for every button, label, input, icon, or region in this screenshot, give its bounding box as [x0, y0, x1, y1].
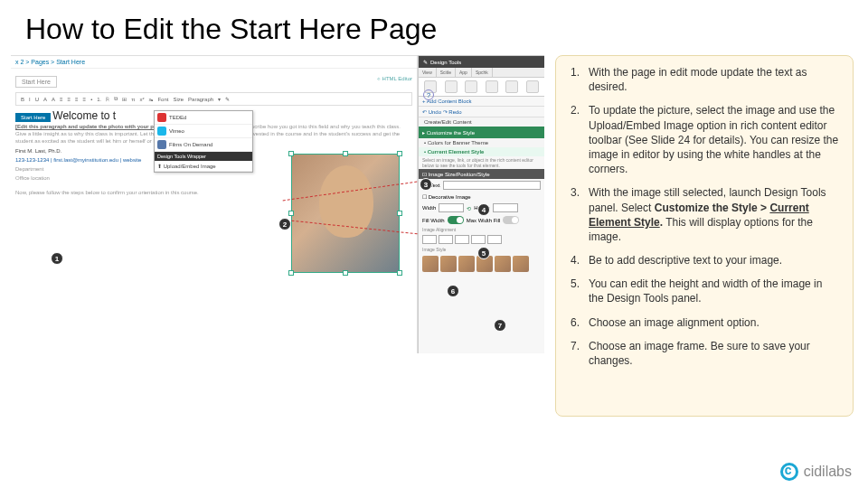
help-icon[interactable]: ?	[423, 89, 434, 100]
underline-icon[interactable]: U	[34, 97, 40, 102]
callout-badge-5: 5	[477, 247, 490, 259]
embed-media-popup[interactable]: TEDEd Vimeo Films On Demand Design Tools…	[154, 110, 253, 173]
align-option[interactable]	[487, 235, 502, 244]
rich-text-toolbar[interactable]: B I U A A ≡ ≡ ≡ ≡ • 1. ⎘ ⧉ ⊞ π x² x₂	[15, 92, 412, 106]
instruction-item: 1.With the page in edit mode update the …	[565, 65, 840, 94]
design-tools-header: ✎ Design Tools	[419, 56, 544, 68]
brush-icon: ✎	[423, 59, 428, 65]
align-left-icon[interactable]: ≡	[59, 97, 64, 102]
footer-logo: cidilabs	[780, 463, 852, 481]
edit-icon[interactable]: ✎	[224, 96, 231, 102]
welcome-heading: Welcome to t	[52, 109, 116, 122]
popup-divider: Design Tools Wrapper	[155, 152, 252, 161]
decorative-checkbox[interactable]: ☐ Decorative Image	[419, 192, 544, 202]
number-list-icon[interactable]: 1.	[96, 97, 102, 102]
tool-icon[interactable]	[505, 80, 518, 93]
bold-icon[interactable]: B	[20, 97, 25, 102]
tool-icon[interactable]	[445, 80, 458, 93]
align-center-icon[interactable]: ≡	[67, 97, 72, 102]
align-right-icon[interactable]: ≡	[74, 97, 80, 102]
image-size-section[interactable]: ⊡ Image Size/Position/Style	[419, 169, 544, 179]
resize-handle[interactable]	[288, 270, 294, 276]
resize-handle[interactable]	[397, 270, 402, 276]
resize-handle[interactable]	[288, 211, 294, 216]
italic-icon[interactable]: I	[28, 97, 32, 102]
tab-app[interactable]: App	[456, 68, 472, 77]
page-name-field[interactable]: Start Here	[15, 76, 57, 88]
resize-handle[interactable]	[343, 151, 348, 156]
resize-handle[interactable]	[288, 151, 294, 156]
banner-colors[interactable]: • Colors for Banner Theme	[419, 138, 544, 147]
size-select[interactable]: Size	[172, 97, 184, 102]
text-color-icon[interactable]: A	[42, 97, 48, 102]
align-label: Image Alignment	[419, 226, 544, 233]
screenshot-area: x 2 > Pages > Start Here Start Here ⟐ HT…	[11, 55, 546, 417]
start-here-tab[interactable]: Start Here	[15, 113, 51, 122]
callout-badge-7: 7	[494, 319, 506, 332]
alignment-options[interactable]	[419, 233, 544, 246]
outdent-icon[interactable]: ⧉	[113, 96, 118, 102]
align-option[interactable]	[439, 235, 453, 244]
create-edit-content[interactable]: Create/Edit Content	[419, 117, 544, 127]
films-icon	[157, 140, 166, 149]
style-thumb[interactable]	[440, 256, 457, 272]
selected-image[interactable]	[291, 154, 400, 273]
style-thumb[interactable]	[513, 256, 529, 272]
html-editor-link[interactable]: ⟐ HTML Editor	[377, 76, 412, 88]
customize-style[interactable]: ▸ Customize the Style	[419, 127, 544, 138]
embed-item[interactable]: Films On Demand	[169, 142, 212, 147]
table-icon[interactable]: ⊞	[121, 96, 127, 102]
callout-badge-3: 3	[420, 178, 432, 191]
tab-spchk[interactable]: Spchk	[472, 68, 493, 77]
max-width-toggle[interactable]	[503, 216, 519, 224]
callout-badge-2: 2	[278, 218, 291, 230]
embed-item[interactable]: TEDEd	[169, 115, 186, 120]
width-label: Width	[422, 205, 436, 211]
cidilabs-icon	[780, 463, 798, 481]
style-thumb[interactable]	[495, 256, 511, 272]
highlight-icon[interactable]: A	[51, 97, 56, 102]
bullet-list-icon[interactable]: •	[90, 97, 93, 102]
font-select[interactable]: Font	[156, 97, 169, 102]
current-element-style[interactable]: • Current Element Style	[419, 147, 544, 156]
tool-icon[interactable]	[465, 80, 477, 93]
dropdown-icon[interactable]: ▾	[217, 96, 222, 102]
align-justify-icon[interactable]: ≡	[82, 97, 88, 102]
tool-icon[interactable]	[486, 80, 498, 93]
style-thumb[interactable]	[458, 256, 475, 272]
footer-brand-text: cidilabs	[804, 464, 852, 480]
resize-handle[interactable]	[397, 151, 402, 156]
editor-pane: x 2 > Pages > Start Here Start Here ⟐ HT…	[11, 55, 418, 353]
align-option[interactable]	[455, 235, 469, 244]
tab-scitle[interactable]: Scitle	[437, 68, 456, 77]
instruction-item: 6.Choose an image alignment option.	[565, 315, 840, 330]
embed-item[interactable]: Vimeo	[169, 128, 184, 134]
breadcrumb[interactable]: x 2 > Pages > Start Here	[11, 56, 417, 69]
undo-redo[interactable]: ↶ Undo ↷ Redo	[419, 107, 544, 117]
fill-width-toggle[interactable]	[448, 216, 464, 224]
resize-handle[interactable]	[397, 211, 402, 216]
paragraph-select[interactable]: Paragraph	[187, 97, 214, 102]
slide-title: How to Edit the Start Here Page	[0, 0, 868, 46]
instructions-list: 1.With the page in edit mode update the …	[565, 65, 840, 368]
instruction-item: 5.You can edit the height and width of t…	[565, 277, 840, 305]
add-content-block[interactable]: + Add Content Block	[419, 97, 544, 107]
tool-icon[interactable]	[526, 80, 539, 93]
tab-view[interactable]: View	[419, 68, 437, 77]
style-thumb[interactable]	[422, 256, 439, 272]
align-option[interactable]	[471, 235, 486, 244]
alt-text-input[interactable]	[443, 181, 541, 190]
indent-icon[interactable]: ⎘	[105, 97, 110, 102]
align-option[interactable]	[422, 235, 437, 244]
height-input[interactable]	[493, 203, 518, 212]
equation-icon[interactable]: π	[130, 97, 136, 102]
superscript-icon[interactable]: x²	[138, 97, 145, 102]
edit-placeholder-text: [Edit this paragraph and update the phot…	[15, 124, 167, 129]
design-tools-tabs[interactable]: View Scitle App Spchk	[419, 68, 544, 78]
subscript-icon[interactable]: x₂	[147, 96, 154, 102]
width-input[interactable]	[439, 203, 464, 212]
resize-handle[interactable]	[343, 270, 348, 276]
upload-embed-image[interactable]: ⬆ Upload/Embed Image	[155, 161, 252, 172]
max-width-label: Max Width Fill	[467, 218, 501, 223]
tool-icon-row[interactable]	[419, 78, 544, 97]
